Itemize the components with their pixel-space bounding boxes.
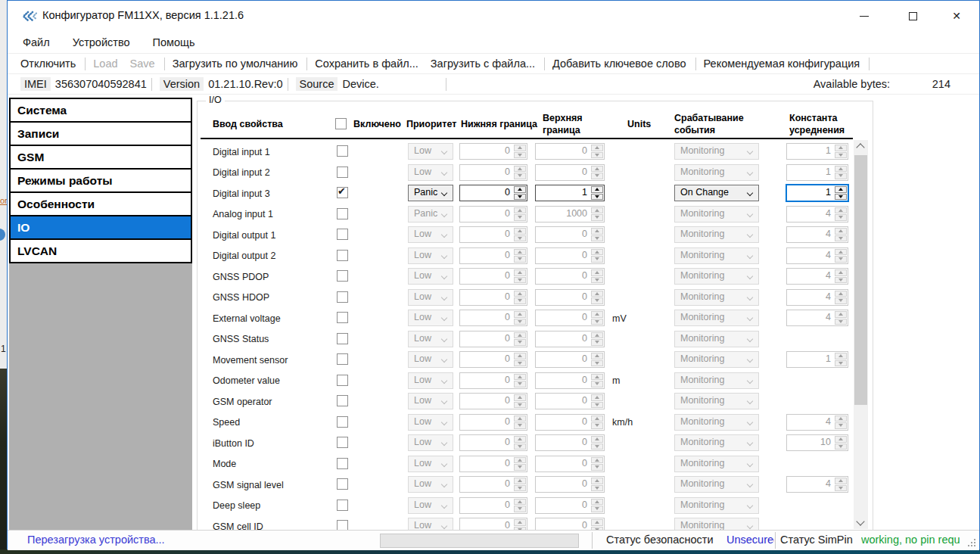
- up-triangle: [838, 271, 843, 274]
- enabled-checkbox[interactable]: [337, 458, 348, 469]
- menu-item-1[interactable]: Устройство: [73, 36, 130, 48]
- up-triangle: [518, 479, 522, 482]
- spin-down-icon[interactable]: [514, 194, 526, 201]
- enabled-checkbox[interactable]: [337, 145, 348, 157]
- toolbar-button[interactable]: Загрузить с файла...: [431, 58, 535, 70]
- sidebar-item-work-modes[interactable]: Режимы работы: [9, 168, 192, 193]
- sidebar-item-features[interactable]: Особенности: [9, 191, 192, 216]
- sidebar-item-gsm[interactable]: GSM: [9, 145, 192, 170]
- chevron-down-icon: [441, 315, 447, 321]
- io-row-label: GNSS Status: [213, 329, 269, 350]
- spin-down-icon: [835, 485, 847, 492]
- low-limit-spinner-buttons[interactable]: [514, 186, 526, 200]
- spin-up-icon: [514, 332, 526, 339]
- spin-down-icon: [591, 464, 603, 471]
- enabled-checkbox[interactable]: [337, 375, 348, 386]
- enabled-checkbox[interactable]: [337, 312, 348, 323]
- priority-select: Panic: [408, 206, 453, 223]
- units-label: km/h: [612, 412, 633, 433]
- enabled-checkbox[interactable]: [337, 353, 348, 365]
- up-triangle: [595, 437, 599, 440]
- priority-select[interactable]: Panic: [408, 185, 453, 201]
- sidebar-item-io[interactable]: IO: [9, 215, 192, 240]
- spin-down-icon: [835, 256, 847, 263]
- high-limit-spinner[interactable]: 1: [535, 185, 605, 201]
- spin-up-icon[interactable]: [514, 186, 526, 193]
- sidebar-item-system[interactable]: Система: [9, 98, 192, 123]
- io-row: GNSS HDOPLow00Monitoring4: [198, 288, 874, 309]
- low-limit-spinner-value: 0: [505, 353, 510, 364]
- down-triangle: [595, 174, 599, 177]
- enabled-checkbox[interactable]: [337, 167, 348, 178]
- background-window-sliver: or 1: [0, 0, 7, 554]
- low-limit-spinner-buttons: [514, 332, 526, 346]
- toolbar-button[interactable]: Сохранить в файл...: [315, 58, 418, 70]
- menu-item-2[interactable]: Помощь: [153, 36, 195, 48]
- avg-constant-spinner-buttons: [835, 228, 847, 241]
- enabled-checkbox[interactable]: [337, 229, 348, 240]
- enabled-checkbox[interactable]: [337, 333, 348, 344]
- high-limit-spinner-buttons[interactable]: [591, 186, 603, 200]
- io-row-label: iButton ID: [213, 433, 254, 453]
- enabled-checkbox[interactable]: [337, 208, 348, 219]
- vertical-scrollbar[interactable]: [854, 140, 868, 529]
- spin-down-icon: [591, 277, 603, 284]
- io-row: SpeedLow00km/hMonitoring4: [198, 412, 874, 434]
- spin-up-icon[interactable]: [591, 186, 603, 193]
- down-triangle: [595, 382, 599, 385]
- spin-down-icon[interactable]: [835, 194, 847, 201]
- close-button[interactable]: ✕: [940, 1, 973, 31]
- enabled-checkbox[interactable]: [337, 437, 348, 448]
- sidebar-item-records[interactable]: Записи: [9, 121, 192, 146]
- spin-up-icon: [835, 416, 847, 422]
- up-triangle: [838, 167, 843, 170]
- high-limit-spinner: 0: [535, 289, 605, 306]
- col-header-high: Верхняя граница: [543, 112, 583, 137]
- event-select[interactable]: On Change: [674, 185, 759, 201]
- scrollbar-thumb[interactable]: [854, 155, 867, 405]
- minimize-button[interactable]: [848, 1, 881, 31]
- up-triangle: [595, 354, 599, 357]
- low-limit-spinner[interactable]: 0: [459, 185, 527, 201]
- scroll-down-icon[interactable]: [856, 517, 864, 525]
- avg-constant-spinner-value: 4: [826, 208, 831, 219]
- toolbar-button[interactable]: Рекомендуемая конфигурация: [704, 58, 860, 70]
- avg-constant-spinner: 10: [786, 434, 848, 451]
- chevron-down-icon: [441, 335, 447, 341]
- priority-select-value: Low: [414, 395, 440, 406]
- enabled-checkbox[interactable]: [337, 416, 348, 428]
- chevron-down-icon: [441, 481, 447, 487]
- spin-down-icon[interactable]: [591, 194, 603, 201]
- enabled-checkbox[interactable]: [337, 250, 348, 261]
- high-limit-spinner: 0: [535, 414, 605, 431]
- enabled-checkbox[interactable]: [337, 500, 348, 511]
- event-select: Monitoring: [674, 164, 759, 181]
- spin-up-icon[interactable]: [835, 186, 847, 193]
- enable-all-checkbox[interactable]: [335, 118, 347, 129]
- menu-item-0[interactable]: Файл: [23, 36, 50, 48]
- enabled-checkbox[interactable]: [337, 291, 348, 303]
- toolbar-separator: [869, 58, 870, 70]
- down-triangle: [518, 174, 522, 177]
- io-row-label: Mode: [213, 454, 236, 475]
- enabled-checkbox[interactable]: [337, 270, 348, 282]
- enabled-checkbox[interactable]: [337, 478, 348, 490]
- enabled-checkbox[interactable]: [337, 520, 348, 530]
- low-limit-spinner-buttons: [514, 207, 526, 221]
- chevron-down-icon: [441, 398, 447, 404]
- enabled-checkbox[interactable]: [337, 395, 348, 406]
- avg-constant-spinner-buttons[interactable]: [835, 186, 847, 200]
- low-limit-spinner-value: 0: [505, 167, 510, 177]
- toolbar-separator: [695, 58, 696, 70]
- toolbar-button[interactable]: Отключить: [20, 58, 76, 70]
- toolbar-button[interactable]: Добавить ключевое слово: [552, 58, 686, 70]
- up-triangle: [518, 334, 522, 337]
- avg-constant-spinner[interactable]: 1: [786, 185, 848, 201]
- resize-grip[interactable]: [966, 537, 976, 547]
- sidebar-item-lvcan[interactable]: LVCAN: [9, 238, 192, 263]
- down-triangle: [838, 216, 843, 219]
- scroll-up-icon[interactable]: [856, 143, 864, 151]
- maximize-button[interactable]: [896, 1, 929, 31]
- enabled-checkbox[interactable]: [337, 187, 348, 198]
- toolbar-button[interactable]: Загрузить по умолчанию: [173, 58, 298, 70]
